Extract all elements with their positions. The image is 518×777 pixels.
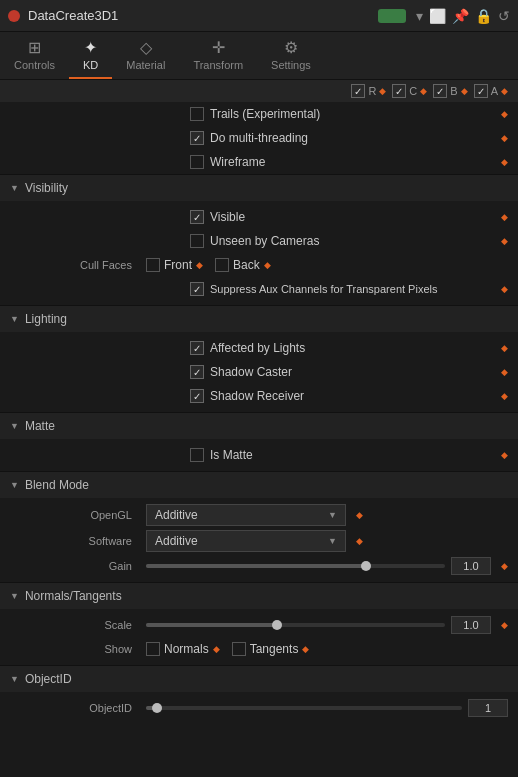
diamond-a: ◆ xyxy=(501,86,508,96)
suppress-row: Suppress Aux Channels for Transparent Pi… xyxy=(0,277,518,301)
cull-front-label: Front xyxy=(164,258,192,272)
header-label-r: R xyxy=(368,85,376,97)
show-options: Normals ◆ Tangents ◆ xyxy=(146,642,508,656)
tab-material[interactable]: ◇ Material xyxy=(112,32,179,79)
unseen-label: Unseen by Cameras xyxy=(210,234,495,248)
opengl-dropdown[interactable]: Additive ▼ xyxy=(146,504,346,526)
software-label: Software xyxy=(10,535,140,547)
wireframe-checkbox[interactable] xyxy=(190,155,204,169)
blend-mode-header[interactable]: ▼ Blend Mode xyxy=(0,472,518,498)
is-matte-diamond: ◆ xyxy=(501,450,508,460)
header-checks-row: R ◆ C ◆ B ◆ A ◆ xyxy=(0,80,518,102)
controls-icon: ⊞ xyxy=(28,38,41,57)
multithreading-diamond: ◆ xyxy=(501,133,508,143)
unseen-diamond: ◆ xyxy=(501,236,508,246)
scale-value[interactable]: 1.0 xyxy=(451,616,491,634)
lock-icon[interactable]: 🔒 xyxy=(475,8,492,24)
affected-lights-row: Affected by Lights ◆ xyxy=(0,336,518,360)
normals-tangents-arrow: ▼ xyxy=(10,591,19,601)
lighting-arrow: ▼ xyxy=(10,314,19,324)
matte-header[interactable]: ▼ Matte xyxy=(0,413,518,439)
objectid-slider[interactable] xyxy=(146,706,462,710)
header-cb-c[interactable] xyxy=(392,84,406,98)
normals-checkbox[interactable] xyxy=(146,642,160,656)
shadow-caster-diamond: ◆ xyxy=(501,367,508,377)
is-matte-checkbox[interactable] xyxy=(190,448,204,462)
titlebar: DataCreate3D1 ▾ ⬜ 📌 🔒 ↺ xyxy=(0,0,518,32)
material-icon: ◇ xyxy=(140,38,152,57)
tab-kd[interactable]: ✦ KD xyxy=(69,32,112,79)
diamond-c: ◆ xyxy=(420,86,427,96)
cull-back-option: Back ◆ xyxy=(215,258,271,272)
cull-front-option: Front ◆ xyxy=(146,258,203,272)
objectid-arrow: ▼ xyxy=(10,674,19,684)
is-matte-label: Is Matte xyxy=(210,448,495,462)
diamond-b: ◆ xyxy=(461,86,468,96)
visible-checkbox[interactable] xyxy=(190,210,204,224)
software-dropdown-arrow: ▼ xyxy=(328,536,337,546)
titlebar-controls: ▾ ⬜ 📌 🔒 ↺ xyxy=(378,8,510,24)
visibility-header[interactable]: ▼ Visibility xyxy=(0,175,518,201)
cull-faces-row: Cull Faces Front ◆ Back ◆ xyxy=(0,253,518,277)
objectid-thumb[interactable] xyxy=(152,703,162,713)
show-label: Show xyxy=(10,643,140,655)
close-button[interactable] xyxy=(8,10,20,22)
gain-row: Gain 1.0 ◆ xyxy=(0,554,518,578)
objectid-header[interactable]: ▼ ObjectID xyxy=(0,666,518,692)
header-cb-b[interactable] xyxy=(433,84,447,98)
tab-settings[interactable]: ⚙ Settings xyxy=(257,32,325,79)
objectid-value[interactable]: 1 xyxy=(468,699,508,717)
gain-label: Gain xyxy=(10,560,140,572)
lighting-content: Affected by Lights ◆ Shadow Caster ◆ Sha… xyxy=(0,332,518,412)
matte-title: Matte xyxy=(25,419,55,433)
lighting-header[interactable]: ▼ Lighting xyxy=(0,306,518,332)
shadow-caster-row: Shadow Caster ◆ xyxy=(0,360,518,384)
multithreading-checkbox[interactable] xyxy=(190,131,204,145)
shadow-receiver-checkbox[interactable] xyxy=(190,389,204,403)
scale-label: Scale xyxy=(10,619,140,631)
gain-diamond: ◆ xyxy=(501,561,508,571)
scale-slider-thumb[interactable] xyxy=(272,620,282,630)
cull-front-checkbox[interactable] xyxy=(146,258,160,272)
suppress-diamond: ◆ xyxy=(501,284,508,294)
normals-tangents-section: ▼ Normals/Tangents Scale 1.0 ◆ Show Norm… xyxy=(0,582,518,665)
trails-row: Trails (Experimental) ◆ xyxy=(0,102,518,126)
history-icon[interactable]: ↺ xyxy=(498,8,510,24)
tab-controls[interactable]: ⊞ Controls xyxy=(0,32,69,79)
chevron-down-icon[interactable]: ▾ xyxy=(416,8,423,24)
header-cb-a[interactable] xyxy=(474,84,488,98)
affected-lights-checkbox[interactable] xyxy=(190,341,204,355)
matte-arrow: ▼ xyxy=(10,421,19,431)
visible-diamond: ◆ xyxy=(501,212,508,222)
header-label-a: A xyxy=(491,85,498,97)
gain-slider[interactable] xyxy=(146,564,445,568)
window-icon[interactable]: ⬜ xyxy=(429,8,446,24)
normals-tangents-header[interactable]: ▼ Normals/Tangents xyxy=(0,583,518,609)
opengl-dropdown-arrow: ▼ xyxy=(328,510,337,520)
software-dropdown[interactable]: Additive ▼ xyxy=(146,530,346,552)
trails-checkbox[interactable] xyxy=(190,107,204,121)
unseen-checkbox[interactable] xyxy=(190,234,204,248)
cull-back-checkbox[interactable] xyxy=(215,258,229,272)
shadow-caster-checkbox[interactable] xyxy=(190,365,204,379)
multithreading-row: Do multi-threading ◆ xyxy=(0,126,518,150)
affected-lights-diamond: ◆ xyxy=(501,343,508,353)
scale-row: Scale 1.0 ◆ xyxy=(0,613,518,637)
gain-slider-thumb[interactable] xyxy=(361,561,371,571)
header-label-b: B xyxy=(450,85,457,97)
software-row: Software Additive ▼ ◆ xyxy=(0,528,518,554)
blend-mode-title: Blend Mode xyxy=(25,478,89,492)
cull-back-diamond: ◆ xyxy=(264,260,271,270)
tab-transform[interactable]: ✛ Transform xyxy=(179,32,257,79)
tab-controls-label: Controls xyxy=(14,59,55,71)
shadow-receiver-label: Shadow Receiver xyxy=(210,389,495,403)
tangents-checkbox[interactable] xyxy=(232,642,246,656)
pin-icon[interactable]: 📌 xyxy=(452,8,469,24)
gain-slider-fill xyxy=(146,564,370,568)
gain-value[interactable]: 1.0 xyxy=(451,557,491,575)
scale-slider[interactable] xyxy=(146,623,445,627)
header-cb-r[interactable] xyxy=(351,84,365,98)
window-title: DataCreate3D1 xyxy=(28,8,370,23)
trails-label: Trails (Experimental) xyxy=(210,107,495,121)
suppress-checkbox[interactable] xyxy=(190,282,204,296)
